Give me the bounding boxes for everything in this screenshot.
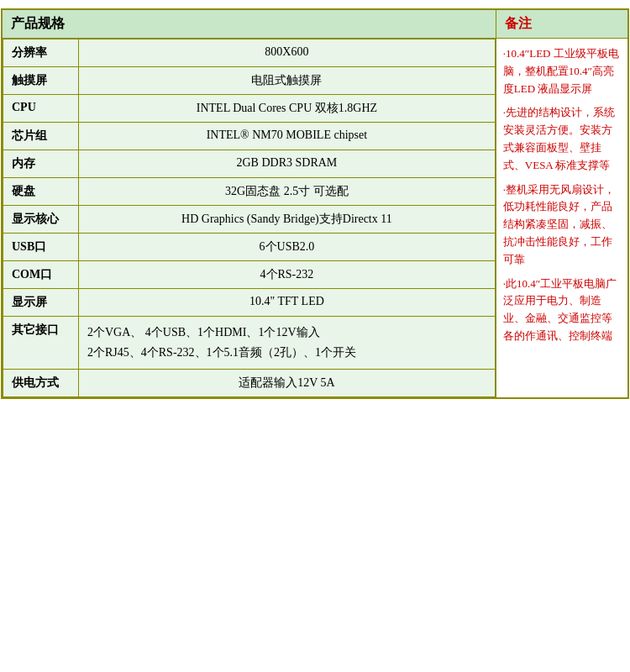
table-row: USB口6个USB2.0 [3, 234, 496, 261]
header-left: 产品规格 [2, 9, 496, 39]
table-row: CPUINTEL Dual Cores CPU 双核1.8GHZ [3, 95, 496, 123]
main-content-row: 分辨率800X600触摸屏电阻式触摸屏CPUINTEL Dual Cores C… [2, 39, 628, 398]
spec-value-4: 2GB DDR3 SDRAM [79, 150, 496, 178]
note-item-1: ·先进的结构设计，系统安装灵活方便。安装方式兼容面板型、壁挂式、VESA 标准支… [503, 104, 621, 174]
spec-label-4: 内存 [3, 150, 79, 178]
spec-value-10: 2个VGA、 4个USB、1个HDMI、1个12V输入2个RJ45、4个RS-2… [79, 317, 496, 370]
spec-value-1: 电阻式触摸屏 [79, 67, 496, 95]
product-spec-table: 产品规格 备注 分辨率800X600触摸屏电阻式触摸屏CPUINTEL Dual… [1, 8, 629, 399]
spec-label-2: CPU [3, 95, 79, 123]
spec-label-10: 其它接口 [3, 317, 79, 370]
spec-label-5: 硬盘 [3, 178, 79, 206]
spec-value-5: 32G固态盘 2.5寸 可选配 [79, 178, 496, 206]
spec-value-2: INTEL Dual Cores CPU 双核1.8GHZ [79, 95, 496, 123]
spec-label-6: 显示核心 [3, 206, 79, 234]
spec-label-8: COM口 [3, 261, 79, 289]
specs-section: 分辨率800X600触摸屏电阻式触摸屏CPUINTEL Dual Cores C… [2, 39, 496, 398]
table-row: 其它接口2个VGA、 4个USB、1个HDMI、1个12V输入2个RJ45、4个… [3, 317, 496, 370]
notes-section: ·10.4″LED 工业级平板电脑，整机配置10.4″高亮度LED 液晶显示屏·… [496, 39, 628, 398]
header-right: 备注 [496, 9, 628, 39]
note-item-0: ·10.4″LED 工业级平板电脑，整机配置10.4″高亮度LED 液晶显示屏 [503, 45, 621, 97]
spec-value-6: HD Graphics (Sandy Bridge)支持Directx 11 [79, 206, 496, 234]
inner-spec-table: 分辨率800X600触摸屏电阻式触摸屏CPUINTEL Dual Cores C… [3, 39, 496, 397]
spec-value-3: INTEL® NM70 MOBILE chipset [79, 123, 496, 150]
spec-value-7: 6个USB2.0 [79, 234, 496, 261]
table-row: 显示屏10.4" TFT LED [3, 289, 496, 317]
spec-value-0: 800X600 [79, 39, 496, 67]
spec-label-11: 供电方式 [3, 369, 79, 396]
spec-label-0: 分辨率 [3, 39, 79, 67]
table-row: 显示核心HD Graphics (Sandy Bridge)支持Directx … [3, 206, 496, 234]
table-row: 内存2GB DDR3 SDRAM [3, 150, 496, 178]
table-row: 供电方式适配器输入12V 5A [3, 369, 496, 396]
table-row: COM口4个RS-232 [3, 261, 496, 289]
spec-label-3: 芯片组 [3, 123, 79, 150]
table-row: 芯片组INTEL® NM70 MOBILE chipset [3, 123, 496, 150]
table-row: 硬盘32G固态盘 2.5寸 可选配 [3, 178, 496, 206]
spec-value-8: 4个RS-232 [79, 261, 496, 289]
table-header-row: 产品规格 备注 [2, 9, 628, 39]
spec-label-7: USB口 [3, 234, 79, 261]
note-item-3: ·此10.4″工业平板电脑广泛应用于电力、制造业、金融、交通监控等各的作通讯、控… [503, 276, 621, 345]
spec-label-9: 显示屏 [3, 289, 79, 317]
table-row: 分辨率800X600 [3, 39, 496, 67]
table-row: 触摸屏电阻式触摸屏 [3, 67, 496, 95]
note-item-2: ·整机采用无风扇设计，低功耗性能良好，产品结构紧凑坚固，减振、抗冲击性能良好，工… [503, 181, 621, 269]
spec-value-9: 10.4" TFT LED [79, 289, 496, 317]
spec-label-1: 触摸屏 [3, 67, 79, 95]
spec-value-11: 适配器输入12V 5A [79, 369, 496, 396]
